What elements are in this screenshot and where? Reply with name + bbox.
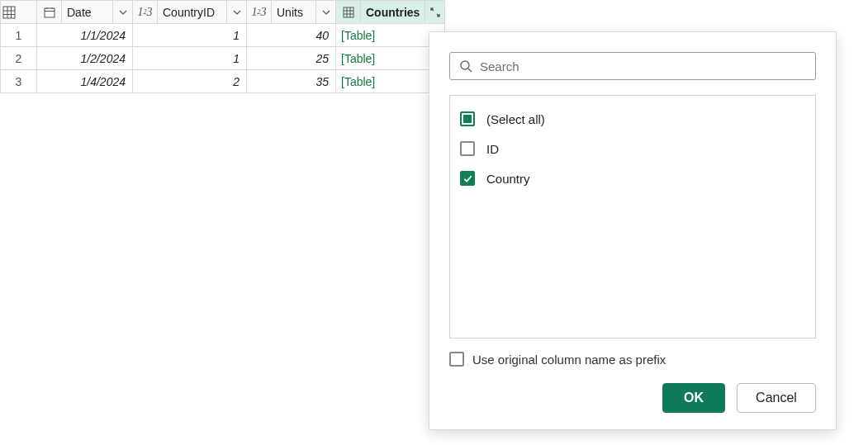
filter-button-countryid[interactable] (226, 1, 246, 23)
col-header-countryid[interactable]: 123 CountryID (133, 1, 247, 24)
search-input[interactable] (449, 52, 816, 80)
cell-countryid[interactable]: 2 (133, 70, 247, 93)
expand-icon (429, 7, 441, 18)
prefix-label: Use original column name as prefix (472, 353, 666, 367)
column-list: (Select all) ID Country (449, 95, 816, 338)
chevron-down-icon (233, 8, 241, 17)
cell-date[interactable]: 1/4/2024 (37, 70, 133, 93)
table-row[interactable]: 3 1/4/2024 2 35 [Table] (1, 70, 445, 93)
column-item-id[interactable]: ID (460, 134, 805, 163)
col-header-countries[interactable]: Countries (336, 1, 445, 24)
ok-button[interactable]: OK (662, 383, 725, 413)
filter-button-date[interactable] (112, 1, 132, 23)
number-type-icon[interactable]: 123 (247, 1, 272, 23)
table-icon (2, 5, 17, 20)
row-number: 1 (1, 24, 37, 47)
col-name-units: Units (272, 6, 315, 19)
col-name-countryid: CountryID (158, 6, 226, 19)
cell-countryid[interactable]: 1 (133, 24, 247, 47)
svg-rect-5 (45, 8, 55, 17)
checkbox-checked-icon[interactable] (460, 171, 475, 186)
svg-rect-14 (344, 7, 353, 17)
select-all-label: (Select all) (486, 112, 545, 126)
select-all-item[interactable]: (Select all) (460, 104, 805, 134)
cell-units[interactable]: 35 (247, 70, 336, 93)
expand-button-countries[interactable] (425, 1, 444, 23)
table-icon (342, 6, 355, 19)
col-header-date[interactable]: Date (37, 1, 133, 24)
filter-button-units[interactable] (315, 1, 335, 23)
expand-column-popup: (Select all) ID Country Use original col… (429, 31, 837, 430)
row-number: 2 (1, 47, 37, 70)
cell-countryid[interactable]: 1 (133, 47, 247, 70)
cell-units[interactable]: 40 (247, 24, 336, 47)
chevron-down-icon (119, 8, 127, 17)
row-number: 3 (1, 70, 37, 93)
date-type-icon[interactable] (37, 1, 62, 23)
col-name-date: Date (62, 6, 112, 19)
column-item-label: ID (486, 142, 499, 156)
cell-date[interactable]: 1/2/2024 (37, 47, 133, 70)
column-item-label: Country (486, 172, 530, 186)
data-grid: Date 123 CountryID 123 U (0, 0, 445, 93)
table-row[interactable]: 1 1/1/2024 1 40 [Table] (1, 24, 445, 47)
calendar-icon (43, 6, 56, 19)
grid-corner[interactable] (1, 1, 37, 24)
svg-rect-0 (3, 7, 15, 18)
cell-units[interactable]: 25 (247, 47, 336, 70)
checkbox-unchecked-icon[interactable] (460, 141, 475, 156)
cell-date[interactable]: 1/1/2024 (37, 24, 133, 47)
table-type-icon[interactable] (336, 1, 361, 23)
checkbox-indeterminate-icon[interactable] (460, 111, 475, 126)
col-name-countries: Countries (361, 6, 425, 19)
prefix-option[interactable]: Use original column name as prefix (449, 352, 816, 367)
column-item-country[interactable]: Country (460, 163, 805, 193)
table-row[interactable]: 2 1/2/2024 1 25 [Table] (1, 47, 445, 70)
check-icon (462, 173, 473, 184)
checkbox-unchecked-icon[interactable] (449, 352, 464, 367)
cancel-button[interactable]: Cancel (737, 383, 816, 413)
chevron-down-icon (322, 8, 330, 17)
col-header-units[interactable]: 123 Units (247, 1, 336, 24)
number-type-icon[interactable]: 123 (133, 1, 158, 23)
